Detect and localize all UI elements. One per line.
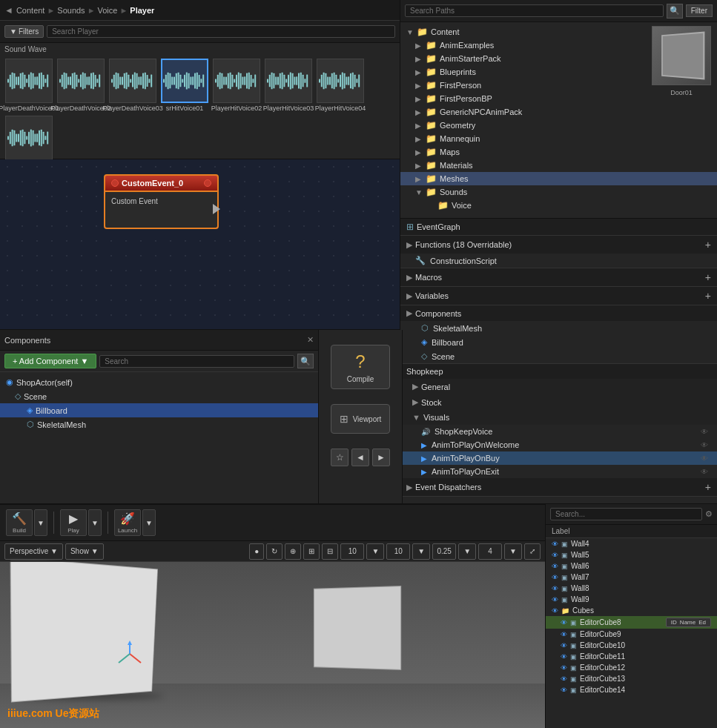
vp-snap3[interactable]: ▼ — [458, 543, 476, 560]
vp-perspective-btn[interactable]: Perspective ▼ — [4, 543, 63, 560]
outliner-item[interactable]: 👁▣EditorCube10 — [546, 640, 717, 651]
anim-buy-item[interactable]: ▶ AnimToPlayOnBuy 👁 — [400, 451, 717, 465]
add-component-button[interactable]: + Add Component ▼ — [4, 354, 96, 368]
functions-header[interactable]: ▶ Functions (18 Overridable) + — [400, 236, 717, 254]
anim-exit-item[interactable]: ▶ AnimToPlayOnExit 👁 — [400, 465, 717, 478]
launch-options-button[interactable]: ▼ — [142, 509, 156, 536]
outliner-item[interactable]: 👁▣Wall9 — [546, 594, 717, 605]
vp-snap1[interactable]: ▼ — [366, 543, 384, 560]
tree-item-sounds[interactable]: ▼📁Sounds — [400, 185, 717, 199]
billboard-comp-item[interactable]: ◈ Billboard — [0, 403, 318, 417]
macros-header[interactable]: ▶ Macros + — [400, 268, 717, 286]
tree-item-geometry[interactable]: ▶📁Geometry — [400, 119, 717, 132]
functions-add-button[interactable]: + — [705, 239, 711, 251]
path-search-input[interactable] — [405, 4, 664, 17]
path-search-button[interactable]: 🔍 — [667, 4, 683, 19]
tree-item-meshes[interactable]: ▶📁Meshes — [400, 172, 717, 185]
launch-button[interactable]: 🚀 Launch — [114, 509, 141, 536]
event-dispatchers-header[interactable]: ▶ Event Dispatchers + — [400, 478, 717, 496]
breadcrumb-sounds[interactable]: Sounds — [57, 6, 85, 15]
tree-item-materials[interactable]: ▶📁Materials — [400, 159, 717, 172]
asset-item[interactable]: PlayerHitVoice03 — [264, 59, 313, 113]
breadcrumb-content[interactable]: Content — [16, 6, 45, 15]
variables-header[interactable]: ▶ Variables + — [400, 287, 717, 305]
asset-item[interactable]: PlayerDeathVoice01 — [4, 59, 53, 113]
tree-item-maps[interactable]: ▶📁Maps — [400, 145, 717, 159]
construction-script-item[interactable]: 🔧 ConstructionScript — [400, 254, 717, 268]
general-header[interactable]: ▶ General — [400, 379, 717, 394]
macros-add-button[interactable]: + — [705, 271, 711, 283]
asset-item[interactable]: srHitVoice01 — [160, 59, 209, 113]
variables-add-button[interactable]: + — [705, 290, 711, 302]
blueprint-grid[interactable]: CustomEvent_0 Custom Event — [0, 159, 400, 329]
outliner-item[interactable]: 👁▣EditorCube9 — [546, 629, 717, 640]
outliner-item[interactable]: 👁▣EditorCube13 — [546, 673, 717, 684]
outliner-item[interactable]: 👁▣EditorCube12 — [546, 662, 717, 673]
vp-mode-btn5[interactable]: ⊟ — [322, 543, 338, 560]
stock-header[interactable]: ▶ Stock — [400, 394, 717, 410]
content-filter-button[interactable]: Filter — [686, 4, 713, 17]
vp-show-btn[interactable]: Show ▼ — [65, 543, 104, 560]
asset-item[interactable]: PlayerDeathVoice03 — [108, 59, 157, 113]
outliner-item[interactable]: 👁▣Wall7 — [546, 572, 717, 583]
tree-item-voice[interactable]: 📁Voice — [400, 199, 717, 212]
play-button[interactable]: ▶ Play — [60, 509, 87, 536]
outliner-item[interactable]: 👁📁Cubes — [546, 605, 717, 616]
outliner-item[interactable]: 👁▣EditorCube14 — [546, 684, 717, 695]
shopkeep-voice-item[interactable]: 🔊 ShopKeepVoice 👁 — [400, 425, 717, 438]
forward-button[interactable]: ► — [372, 449, 390, 466]
back-button[interactable]: ◄ — [351, 449, 369, 466]
compile-button[interactable]: ? Compile — [331, 345, 390, 389]
visuals-header[interactable]: ▼ Visuals — [400, 410, 717, 425]
outliner-item[interactable]: 👁▣Wall8 — [546, 583, 717, 594]
anim-exit-eye[interactable]: 👁 — [701, 468, 708, 476]
vp-snap4[interactable]: ▼ — [504, 543, 522, 560]
billboard-item[interactable]: ◈ Billboard — [400, 335, 717, 349]
scene-comp-item[interactable]: ◇ Scene — [0, 389, 318, 403]
asset-item[interactable]: PlayerDeathVoice02 — [56, 59, 105, 113]
build-options-button[interactable]: ▼ — [34, 509, 47, 536]
vp-fullscreen-btn[interactable]: ⤢ — [524, 543, 541, 560]
vp-mode-btn1[interactable]: ● — [249, 543, 264, 560]
outliner-item[interactable]: 👁▣Wall4 — [546, 538, 717, 549]
viewport-button[interactable]: ⊞ Viewport — [331, 404, 390, 434]
breadcrumb-voice[interactable]: Voice — [98, 6, 118, 15]
build-button[interactable]: 🔨 Build — [6, 509, 33, 536]
event-dispatchers-add-button[interactable]: + — [705, 481, 711, 493]
vp-snap2[interactable]: ▼ — [412, 543, 430, 560]
play-options-button[interactable]: ▼ — [88, 509, 102, 536]
outliner-search-input[interactable] — [550, 508, 702, 520]
components-close-button[interactable]: ✕ — [307, 335, 314, 345]
tree-item-mannequin[interactable]: ▶📁Mannequin — [400, 132, 717, 145]
asset-item[interactable]: PlayerHitVoice02 — [212, 59, 261, 113]
breadcrumb-player[interactable]: Player — [130, 6, 154, 15]
anim-welcome-item[interactable]: ▶ AnimToPlayOnWelcome 👁 — [400, 438, 717, 451]
asset-search-input[interactable] — [47, 25, 395, 38]
event-graph-header[interactable]: ⊞ EventGraph — [400, 219, 717, 235]
outliner-item[interactable]: 👁▣Wall6 — [546, 560, 717, 572]
vp-num2[interactable]: 10 — [386, 543, 410, 560]
star-button[interactable]: ☆ — [331, 449, 348, 466]
tree-item-genericnpcanimpack[interactable]: ▶📁GenericNPCAnimPack — [400, 105, 717, 119]
skeletal-comp-item[interactable]: ⬡ SkeletalMesh — [0, 417, 318, 431]
shopkeep-voice-eye[interactable]: 👁 — [701, 428, 708, 436]
outliner-item[interactable]: 👁▣EditorCube8IDNameEd — [546, 616, 717, 629]
anim-buy-eye[interactable]: 👁 — [701, 454, 708, 463]
asset-item[interactable]: PlayerHitVoice04 — [316, 59, 365, 113]
outliner-settings-icon[interactable]: ⚙ — [705, 509, 713, 519]
outliner-item[interactable]: 👁▣EditorCube11 — [546, 651, 717, 662]
custom-event-node[interactable]: CustomEvent_0 Custom Event — [104, 174, 219, 229]
anim-welcome-eye[interactable]: 👁 — [701, 441, 708, 449]
components-header[interactable]: ▶ Components — [400, 305, 717, 321]
skeletal-mesh-item[interactable]: ⬡ SkeletalMesh — [400, 321, 717, 335]
vp-mode-btn3[interactable]: ⊕ — [285, 543, 301, 560]
vp-num3[interactable]: 0.25 — [432, 543, 456, 560]
component-search-input[interactable] — [99, 355, 294, 368]
vp-mode-btn2[interactable]: ↻ — [266, 543, 282, 560]
outliner-item[interactable]: 👁▣Wall5 — [546, 549, 717, 560]
vp-num4[interactable]: 4 — [478, 543, 502, 560]
shop-actor-item[interactable]: ◉ ShopActor(self) — [0, 375, 318, 389]
viewport-3d[interactable]: iiiue.com Ue资源站 — [0, 541, 545, 728]
filters-button[interactable]: ▼ Filters — [4, 25, 44, 38]
vp-num1[interactable]: 10 — [340, 543, 364, 560]
